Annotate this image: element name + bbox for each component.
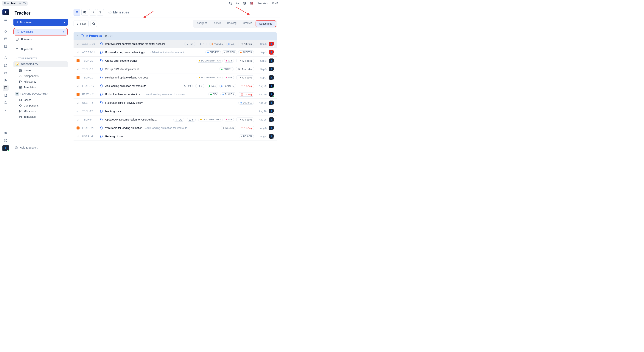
tab-subscribed[interactable]: Subscribed	[256, 21, 275, 27]
assignee-avatar[interactable]: 👤	[269, 101, 274, 105]
new-issue-dropdown[interactable]	[61, 19, 68, 26]
tag-pill[interactable]: DESIGN	[239, 135, 254, 138]
tag-pill[interactable]: ASTRO	[219, 67, 233, 71]
rail-more[interactable]	[2, 107, 8, 113]
tag-pill[interactable]: DOCUMENTATION	[196, 76, 222, 79]
issue-row[interactable]: TECH-19 Set up CI/CD for deployment ASTR…	[74, 65, 277, 73]
status-icon[interactable]	[100, 127, 103, 130]
assignee-avatar[interactable]: 👤	[269, 92, 274, 97]
assignee-avatar[interactable]: 👤	[269, 126, 274, 130]
sidebar-sub-issues[interactable]: Issues	[14, 97, 68, 103]
status-icon[interactable]	[100, 135, 103, 138]
sidebar-project[interactable]: 💻FEATURE DEVELOPMENT	[14, 91, 68, 97]
assignee-avatar[interactable]: 👤	[269, 50, 274, 55]
view-list-button[interactable]	[74, 9, 80, 16]
status-icon[interactable]	[100, 85, 103, 88]
group-menu-icon[interactable]: ⋯	[115, 34, 118, 37]
rail-docs[interactable]	[2, 92, 8, 98]
status-icon[interactable]	[100, 110, 103, 113]
due-date[interactable]: Astro site	[236, 67, 254, 71]
group-header-in-progress[interactable]: In Progress 20/ 21 ⋯	[74, 32, 277, 40]
sidebar-all-projects[interactable]: All projects	[14, 46, 68, 52]
search-issues-button[interactable]	[90, 21, 97, 27]
rail-theme[interactable]	[2, 100, 8, 106]
tab-created[interactable]: Created	[240, 20, 255, 27]
rail-hr[interactable]	[2, 70, 8, 76]
issue-row[interactable]: ACCES-20 Improve color contrast on butto…	[74, 40, 277, 48]
issue-row[interactable]: FEATU-17 Add loading animation for worko…	[74, 82, 277, 90]
sidebar-sub-milestones[interactable]: Milestones	[14, 108, 68, 114]
comments-count[interactable]: 5	[187, 118, 196, 122]
issue-row[interactable]: -- TECH-23 blocking issue Aug 28 👤	[74, 107, 277, 116]
current-user-avatar[interactable]: 👤	[2, 145, 9, 151]
tab-active[interactable]: Active	[211, 20, 224, 27]
issue-row[interactable]: ! TECH-20 Create error code reference DO…	[74, 57, 277, 65]
assignee-avatar[interactable]: 👤	[269, 117, 274, 122]
status-icon[interactable]	[100, 76, 103, 79]
status-icon[interactable]	[100, 118, 103, 121]
status-icon[interactable]	[100, 43, 103, 45]
status-icon[interactable]	[100, 93, 103, 96]
issue-row[interactable]: ACCES-11 Fix weird sizing issue on landi…	[74, 48, 277, 57]
rail-calendar[interactable]	[2, 36, 8, 42]
rail-team[interactable]	[2, 77, 8, 83]
filter-button[interactable]: Filter	[74, 21, 89, 27]
font-button[interactable]: Aa	[236, 2, 239, 5]
comments-count[interactable]: 1	[198, 42, 207, 46]
assignee-avatar[interactable]: 👤	[269, 109, 274, 113]
tag-pill[interactable]: DESIGN	[222, 51, 237, 54]
due-date[interactable]: 16 Aug	[239, 84, 254, 88]
status-icon[interactable]	[100, 101, 103, 104]
app-logo[interactable]: ✦	[2, 9, 9, 15]
search-icon[interactable]	[229, 2, 232, 5]
sidebar-my-issues[interactable]: My issues	[14, 29, 67, 35]
assignee-avatar[interactable]: 👤	[269, 84, 274, 88]
tag-pill[interactable]: API	[224, 118, 234, 121]
subtasks-count[interactable]: 3/9	[182, 84, 193, 88]
tag-pill[interactable]: FEATURE	[219, 84, 236, 88]
tag-pill[interactable]: ACCESS	[238, 51, 254, 54]
sidebar-sub-components[interactable]: Components	[14, 73, 68, 79]
rail-help[interactable]	[2, 138, 8, 144]
sidebar-sub-milestones[interactable]: Milestones	[14, 79, 68, 85]
parent-issue[interactable]: › Adjust font sizes for readabi…	[150, 51, 186, 54]
sidebar-sub-components[interactable]: Components	[14, 103, 68, 108]
tag-pill[interactable]: BUG FIX	[220, 93, 236, 96]
subtasks-count[interactable]: 0/3	[184, 42, 195, 46]
tag-pill[interactable]: BUG FIX	[205, 51, 221, 54]
due-date[interactable]: 13 Sep	[238, 42, 254, 46]
sidebar-all-issues[interactable]: All issues	[14, 36, 68, 42]
sidebar-sub-templates[interactable]: Templates	[14, 85, 68, 90]
assignee-avatar[interactable]: 👤	[269, 67, 274, 71]
issue-row[interactable]: ! TECH-10 Review and update existing API…	[74, 73, 277, 82]
sidebar-sub-templates[interactable]: Templates	[14, 114, 68, 120]
your-projects-header[interactable]: YOUR PROJECTS	[14, 56, 68, 61]
parent-issue[interactable]: › Add loading animation for workouts	[145, 127, 187, 130]
issue-row[interactable]: USER_-11 Redesign icons DESIGN Aug 8 👤	[74, 132, 277, 141]
due-date[interactable]: API docs	[236, 76, 254, 80]
floor-selector[interactable]: Floor Main	[2, 1, 28, 6]
view-board-button[interactable]	[82, 9, 88, 16]
rail-chat[interactable]	[2, 62, 8, 68]
sort-button[interactable]	[89, 9, 96, 16]
tag-pill[interactable]: DEV	[207, 84, 218, 88]
rail-profile[interactable]	[2, 55, 8, 61]
tag-pill[interactable]: ACCESS	[210, 42, 225, 46]
issue-row[interactable]: ! FEATU-23 Wireframe for loading animati…	[74, 124, 277, 132]
tag-pill[interactable]: BUG FIX	[238, 101, 254, 105]
new-issue-button[interactable]: New issue	[14, 19, 68, 26]
tag-pill[interactable]: API	[224, 59, 234, 63]
settings-button[interactable]	[97, 9, 104, 16]
comments-count[interactable]: 2	[196, 84, 204, 88]
tag-pill[interactable]: DOCUMENTATIO	[198, 118, 223, 121]
due-date[interactable]: 21 Aug	[239, 92, 254, 97]
issue-row[interactable]: USER_-6 Fix broken links in privacy poli…	[74, 99, 277, 107]
assignee-avatar[interactable]: 👤	[269, 134, 274, 139]
help-support[interactable]: Help & Support	[11, 144, 70, 151]
status-icon[interactable]	[100, 51, 103, 54]
rail-menu[interactable]	[2, 17, 8, 23]
tab-backlog[interactable]: Backlog	[224, 20, 240, 27]
status-icon[interactable]	[100, 59, 103, 62]
due-date[interactable]: API docs	[236, 59, 254, 63]
rail-building[interactable]	[2, 43, 8, 49]
